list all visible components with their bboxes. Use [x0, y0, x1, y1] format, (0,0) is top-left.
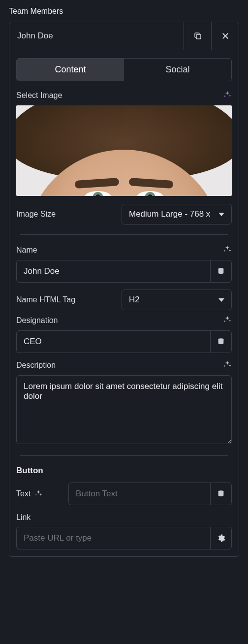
card-title[interactable]: John Doe	[9, 22, 184, 50]
name-tag-select[interactable]: H2	[122, 290, 232, 310]
image-size-select[interactable]: Medium Large - 768 x 0	[122, 204, 232, 225]
gear-icon	[217, 534, 225, 543]
section-title: Team Members	[9, 7, 239, 16]
button-text-label: Text	[16, 489, 31, 498]
sparkle-icon	[223, 360, 232, 369]
ai-generate-button-text[interactable]	[34, 489, 42, 499]
select-image-label: Select Image	[16, 91, 62, 100]
button-text-dynamic[interactable]	[210, 483, 232, 505]
duplicate-button[interactable]	[184, 22, 211, 50]
image-preview[interactable]	[16, 105, 232, 196]
ai-generate-description-button[interactable]	[223, 360, 232, 370]
divider	[20, 234, 228, 235]
database-icon	[217, 338, 225, 346]
member-card: John Doe Content Social Select Image	[9, 22, 239, 557]
database-icon	[217, 267, 225, 275]
sparkle-icon	[223, 90, 232, 99]
name-input[interactable]	[16, 260, 210, 283]
ai-generate-designation-button[interactable]	[223, 315, 232, 325]
card-header: John Doe	[9, 22, 239, 50]
name-tag-value: H2	[129, 295, 140, 305]
name-label: Name	[16, 246, 37, 255]
close-button[interactable]	[211, 22, 239, 50]
name-dynamic-button[interactable]	[210, 260, 232, 283]
image-size-label: Image Size	[16, 210, 56, 219]
description-textarea[interactable]	[16, 375, 232, 444]
sparkle-icon	[223, 315, 232, 324]
tab-social[interactable]: Social	[124, 59, 231, 81]
link-options-button[interactable]	[210, 527, 232, 549]
designation-label: Designation	[16, 316, 58, 325]
sparkle-icon	[34, 489, 42, 497]
ai-generate-name-button[interactable]	[223, 245, 232, 255]
chevron-down-icon	[218, 298, 224, 302]
tab-content[interactable]: Content	[17, 59, 124, 81]
button-section-heading: Button	[16, 466, 232, 476]
designation-input[interactable]	[16, 330, 210, 353]
button-text-input[interactable]	[68, 483, 210, 505]
divider	[20, 455, 228, 456]
chevron-down-icon	[218, 213, 224, 216]
svg-rect-0	[196, 34, 201, 39]
close-icon	[221, 32, 230, 40]
description-label: Description	[16, 361, 56, 370]
button-link-label: Link	[16, 513, 232, 522]
copy-icon	[193, 32, 202, 40]
ai-generate-image-button[interactable]	[223, 90, 232, 100]
image-size-value: Medium Large - 768 x 0	[129, 209, 213, 219]
name-tag-label: Name HTML Tag	[16, 295, 75, 304]
tabs: Content Social	[16, 58, 232, 81]
designation-dynamic-button[interactable]	[210, 330, 232, 353]
sparkle-icon	[223, 245, 232, 254]
database-icon	[217, 490, 225, 498]
button-link-input[interactable]	[16, 527, 210, 549]
